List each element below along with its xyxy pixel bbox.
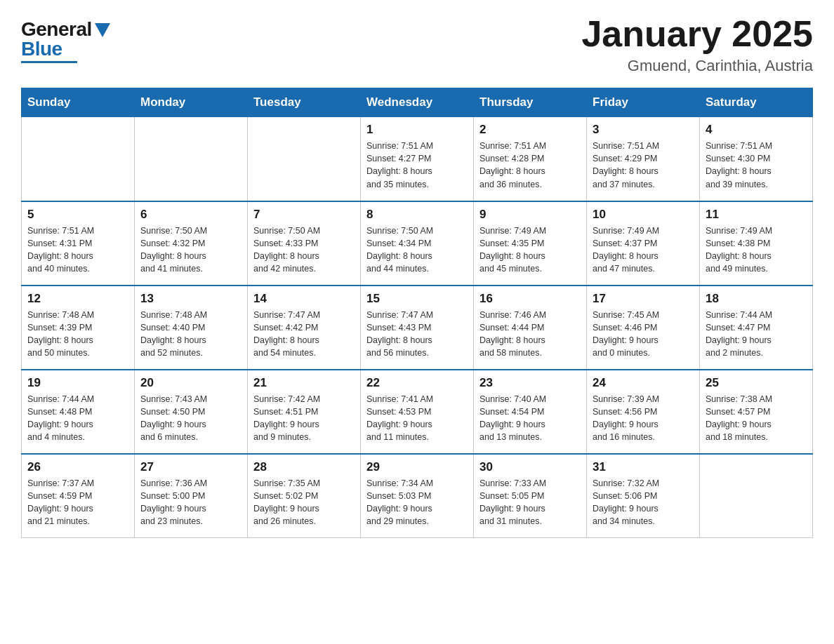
day-number: 19 bbox=[27, 376, 128, 390]
svg-marker-0 bbox=[95, 23, 110, 37]
calendar-week-3: 12Sunrise: 7:48 AM Sunset: 4:39 PM Dayli… bbox=[22, 286, 813, 370]
day-number: 14 bbox=[253, 292, 355, 306]
day-cell-26: 26Sunrise: 7:37 AM Sunset: 4:59 PM Dayli… bbox=[22, 454, 135, 538]
day-number: 12 bbox=[27, 292, 128, 306]
day-number: 9 bbox=[479, 208, 581, 222]
day-cell-27: 27Sunrise: 7:36 AM Sunset: 5:00 PM Dayli… bbox=[135, 454, 248, 538]
day-number: 17 bbox=[593, 292, 694, 306]
day-number: 13 bbox=[140, 292, 241, 306]
day-cell-19: 19Sunrise: 7:44 AM Sunset: 4:48 PM Dayli… bbox=[22, 370, 135, 454]
calendar-week-4: 19Sunrise: 7:44 AM Sunset: 4:48 PM Dayli… bbox=[22, 370, 813, 454]
day-cell-23: 23Sunrise: 7:40 AM Sunset: 4:54 PM Dayli… bbox=[474, 370, 587, 454]
day-cell-10: 10Sunrise: 7:49 AM Sunset: 4:37 PM Dayli… bbox=[587, 201, 700, 286]
day-cell-31: 31Sunrise: 7:32 AM Sunset: 5:06 PM Dayli… bbox=[587, 454, 700, 538]
day-info: Sunrise: 7:39 AM Sunset: 4:56 PM Dayligh… bbox=[593, 393, 694, 444]
day-cell-14: 14Sunrise: 7:47 AM Sunset: 4:42 PM Dayli… bbox=[248, 286, 361, 370]
day-cell-6: 6Sunrise: 7:50 AM Sunset: 4:32 PM Daylig… bbox=[135, 201, 248, 286]
day-cell-4: 4Sunrise: 7:51 AM Sunset: 4:30 PM Daylig… bbox=[700, 117, 813, 201]
day-info: Sunrise: 7:36 AM Sunset: 5:00 PM Dayligh… bbox=[140, 477, 241, 528]
logo-triangle-icon bbox=[95, 23, 110, 37]
day-number: 26 bbox=[27, 460, 128, 474]
calendar-header-row: SundayMondayTuesdayWednesdayThursdayFrid… bbox=[22, 88, 813, 117]
day-info: Sunrise: 7:51 AM Sunset: 4:28 PM Dayligh… bbox=[479, 140, 581, 191]
day-info: Sunrise: 7:40 AM Sunset: 4:54 PM Dayligh… bbox=[479, 393, 581, 444]
empty-cell bbox=[22, 117, 135, 201]
day-info: Sunrise: 7:51 AM Sunset: 4:29 PM Dayligh… bbox=[593, 140, 694, 191]
day-number: 27 bbox=[140, 460, 241, 474]
day-info: Sunrise: 7:48 AM Sunset: 4:40 PM Dayligh… bbox=[140, 309, 241, 360]
day-cell-20: 20Sunrise: 7:43 AM Sunset: 4:50 PM Dayli… bbox=[135, 370, 248, 454]
day-cell-3: 3Sunrise: 7:51 AM Sunset: 4:29 PM Daylig… bbox=[587, 117, 700, 201]
calendar-week-5: 26Sunrise: 7:37 AM Sunset: 4:59 PM Dayli… bbox=[22, 454, 813, 538]
day-info: Sunrise: 7:42 AM Sunset: 4:51 PM Dayligh… bbox=[253, 393, 355, 444]
day-number: 6 bbox=[140, 208, 241, 222]
day-header-friday: Friday bbox=[587, 88, 700, 117]
calendar-week-2: 5Sunrise: 7:51 AM Sunset: 4:31 PM Daylig… bbox=[22, 201, 813, 286]
day-cell-18: 18Sunrise: 7:44 AM Sunset: 4:47 PM Dayli… bbox=[700, 286, 813, 370]
day-cell-12: 12Sunrise: 7:48 AM Sunset: 4:39 PM Dayli… bbox=[22, 286, 135, 370]
day-info: Sunrise: 7:44 AM Sunset: 4:47 PM Dayligh… bbox=[706, 309, 807, 360]
logo-general-text: General bbox=[21, 20, 92, 39]
day-info: Sunrise: 7:49 AM Sunset: 4:38 PM Dayligh… bbox=[706, 224, 807, 276]
day-cell-1: 1Sunrise: 7:51 AM Sunset: 4:27 PM Daylig… bbox=[361, 117, 474, 201]
day-number: 23 bbox=[479, 376, 581, 390]
day-cell-7: 7Sunrise: 7:50 AM Sunset: 4:33 PM Daylig… bbox=[248, 201, 361, 286]
day-cell-2: 2Sunrise: 7:51 AM Sunset: 4:28 PM Daylig… bbox=[474, 117, 587, 201]
day-cell-9: 9Sunrise: 7:49 AM Sunset: 4:35 PM Daylig… bbox=[474, 201, 587, 286]
day-header-wednesday: Wednesday bbox=[361, 88, 474, 117]
day-info: Sunrise: 7:46 AM Sunset: 4:44 PM Dayligh… bbox=[479, 309, 581, 360]
empty-cell bbox=[135, 117, 248, 201]
day-cell-8: 8Sunrise: 7:50 AM Sunset: 4:34 PM Daylig… bbox=[361, 201, 474, 286]
day-info: Sunrise: 7:51 AM Sunset: 4:31 PM Dayligh… bbox=[27, 224, 128, 276]
day-cell-5: 5Sunrise: 7:51 AM Sunset: 4:31 PM Daylig… bbox=[22, 201, 135, 286]
day-header-saturday: Saturday bbox=[700, 88, 813, 117]
logo-blue-text: Blue bbox=[21, 39, 62, 59]
day-info: Sunrise: 7:51 AM Sunset: 4:30 PM Dayligh… bbox=[706, 140, 807, 191]
page-header: General Blue January 2025 Gmuend, Carint… bbox=[21, 14, 813, 75]
day-cell-15: 15Sunrise: 7:47 AM Sunset: 4:43 PM Dayli… bbox=[361, 286, 474, 370]
day-info: Sunrise: 7:51 AM Sunset: 4:27 PM Dayligh… bbox=[366, 140, 468, 191]
day-cell-25: 25Sunrise: 7:38 AM Sunset: 4:57 PM Dayli… bbox=[700, 370, 813, 454]
day-info: Sunrise: 7:50 AM Sunset: 4:33 PM Dayligh… bbox=[253, 224, 355, 276]
empty-cell bbox=[248, 117, 361, 201]
day-number: 2 bbox=[479, 123, 581, 137]
calendar-subtitle: Gmuend, Carinthia, Austria bbox=[581, 57, 813, 75]
calendar-table: SundayMondayTuesdayWednesdayThursdayFrid… bbox=[21, 88, 813, 538]
day-info: Sunrise: 7:49 AM Sunset: 4:35 PM Dayligh… bbox=[479, 224, 581, 276]
day-number: 4 bbox=[706, 123, 807, 137]
day-header-tuesday: Tuesday bbox=[248, 88, 361, 117]
day-number: 20 bbox=[140, 376, 241, 390]
day-info: Sunrise: 7:43 AM Sunset: 4:50 PM Dayligh… bbox=[140, 393, 241, 444]
day-info: Sunrise: 7:50 AM Sunset: 4:34 PM Dayligh… bbox=[366, 224, 468, 276]
day-header-monday: Monday bbox=[135, 88, 248, 117]
day-cell-11: 11Sunrise: 7:49 AM Sunset: 4:38 PM Dayli… bbox=[700, 201, 813, 286]
day-number: 3 bbox=[593, 123, 694, 137]
day-header-sunday: Sunday bbox=[22, 88, 135, 117]
title-block: January 2025 Gmuend, Carinthia, Austria bbox=[581, 14, 813, 75]
day-number: 11 bbox=[706, 208, 807, 222]
day-cell-16: 16Sunrise: 7:46 AM Sunset: 4:44 PM Dayli… bbox=[474, 286, 587, 370]
day-info: Sunrise: 7:47 AM Sunset: 4:43 PM Dayligh… bbox=[366, 309, 468, 360]
day-number: 8 bbox=[366, 208, 468, 222]
day-info: Sunrise: 7:32 AM Sunset: 5:06 PM Dayligh… bbox=[593, 477, 694, 528]
day-info: Sunrise: 7:44 AM Sunset: 4:48 PM Dayligh… bbox=[27, 393, 128, 444]
calendar-week-1: 1Sunrise: 7:51 AM Sunset: 4:27 PM Daylig… bbox=[22, 117, 813, 201]
day-info: Sunrise: 7:33 AM Sunset: 5:05 PM Dayligh… bbox=[479, 477, 581, 528]
day-number: 25 bbox=[706, 376, 807, 390]
day-cell-17: 17Sunrise: 7:45 AM Sunset: 4:46 PM Dayli… bbox=[587, 286, 700, 370]
day-number: 31 bbox=[593, 460, 694, 474]
day-cell-30: 30Sunrise: 7:33 AM Sunset: 5:05 PM Dayli… bbox=[474, 454, 587, 538]
day-number: 1 bbox=[366, 123, 468, 137]
day-number: 7 bbox=[253, 208, 355, 222]
day-number: 30 bbox=[479, 460, 581, 474]
day-cell-13: 13Sunrise: 7:48 AM Sunset: 4:40 PM Dayli… bbox=[135, 286, 248, 370]
day-info: Sunrise: 7:47 AM Sunset: 4:42 PM Dayligh… bbox=[253, 309, 355, 360]
day-number: 22 bbox=[366, 376, 468, 390]
day-info: Sunrise: 7:49 AM Sunset: 4:37 PM Dayligh… bbox=[593, 224, 694, 276]
day-number: 5 bbox=[27, 208, 128, 222]
day-number: 10 bbox=[593, 208, 694, 222]
day-cell-28: 28Sunrise: 7:35 AM Sunset: 5:02 PM Dayli… bbox=[248, 454, 361, 538]
day-number: 24 bbox=[593, 376, 694, 390]
day-info: Sunrise: 7:37 AM Sunset: 4:59 PM Dayligh… bbox=[27, 477, 128, 528]
day-cell-22: 22Sunrise: 7:41 AM Sunset: 4:53 PM Dayli… bbox=[361, 370, 474, 454]
